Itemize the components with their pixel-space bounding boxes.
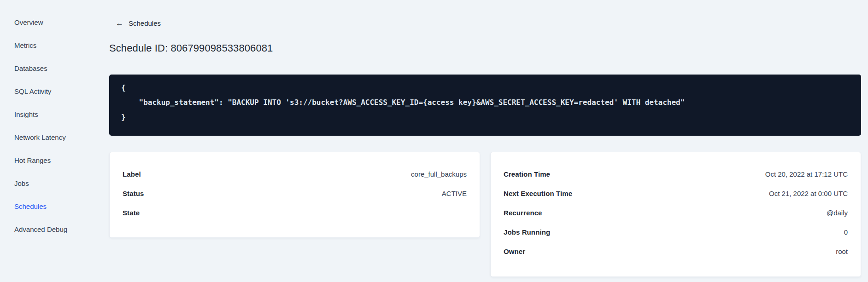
detail-row-owner: Owner root xyxy=(504,242,848,261)
code-line: } xyxy=(121,110,849,125)
backup-statement-code-block: { "backup_statement": "BACKUP INTO 's3:/… xyxy=(109,75,861,136)
detail-row-label: Label core_full_backups xyxy=(123,164,467,184)
detail-label: Next Execution Time xyxy=(504,190,572,197)
detail-value: Oct 21, 2022 at 0:00 UTC xyxy=(769,190,848,197)
detail-row-status: Status ACTIVE xyxy=(123,184,467,203)
back-link-label: Schedules xyxy=(129,19,161,27)
sidebar-item-sql-activity[interactable]: SQL Activity xyxy=(0,80,92,103)
back-to-schedules-link[interactable]: ← Schedules xyxy=(116,19,161,27)
detail-row-jobs-running: Jobs Running 0 xyxy=(504,222,848,242)
detail-label: State xyxy=(123,209,140,217)
sidebar-item-jobs[interactable]: Jobs xyxy=(0,172,92,195)
sidebar-item-insights[interactable]: Insights xyxy=(0,103,92,126)
arrow-left-icon: ← xyxy=(116,19,123,27)
detail-label: Recurrence xyxy=(504,209,542,217)
schedule-details-page: Overview Metrics Databases SQL Activity … xyxy=(0,0,868,282)
sidebar-item-schedules[interactable]: Schedules xyxy=(0,195,92,218)
code-line: "backup_statement": "BACKUP INTO 's3://b… xyxy=(121,95,849,110)
sidebar-item-network-latency[interactable]: Network Latency xyxy=(0,126,92,149)
detail-value: core_full_backups xyxy=(411,170,467,178)
sidebar-item-databases[interactable]: Databases xyxy=(0,57,92,80)
detail-value: @daily xyxy=(827,209,848,217)
sidebar-nav: Overview Metrics Databases SQL Activity … xyxy=(0,0,92,282)
sidebar-item-advanced-debug[interactable]: Advanced Debug xyxy=(0,218,92,241)
detail-row-recurrence: Recurrence @daily xyxy=(504,203,848,222)
detail-row-creation-time: Creation Time Oct 20, 2022 at 17:12 UTC xyxy=(504,164,848,184)
page-title: Schedule ID: 806799098533806081 xyxy=(109,42,273,54)
sidebar-item-overview[interactable]: Overview xyxy=(0,11,92,34)
schedule-timing-card: Creation Time Oct 20, 2022 at 17:12 UTC … xyxy=(490,152,861,277)
detail-label: Creation Time xyxy=(504,170,550,178)
detail-value: ACTIVE xyxy=(442,190,467,197)
detail-value: Oct 20, 2022 at 17:12 UTC xyxy=(765,170,848,178)
detail-value: 0 xyxy=(844,228,848,236)
detail-label: Owner xyxy=(504,247,525,255)
sidebar-item-hot-ranges[interactable]: Hot Ranges xyxy=(0,149,92,172)
detail-label: Jobs Running xyxy=(504,228,550,236)
detail-row-next-execution-time: Next Execution Time Oct 21, 2022 at 0:00… xyxy=(504,184,848,203)
detail-label: Label xyxy=(123,170,141,178)
sidebar-item-metrics[interactable]: Metrics xyxy=(0,34,92,57)
code-line: { xyxy=(121,81,849,95)
detail-row-state: State xyxy=(123,203,467,222)
schedule-summary-card: Label core_full_backups Status ACTIVE St… xyxy=(109,152,480,238)
detail-value: root xyxy=(836,247,848,255)
detail-label: Status xyxy=(123,190,144,197)
